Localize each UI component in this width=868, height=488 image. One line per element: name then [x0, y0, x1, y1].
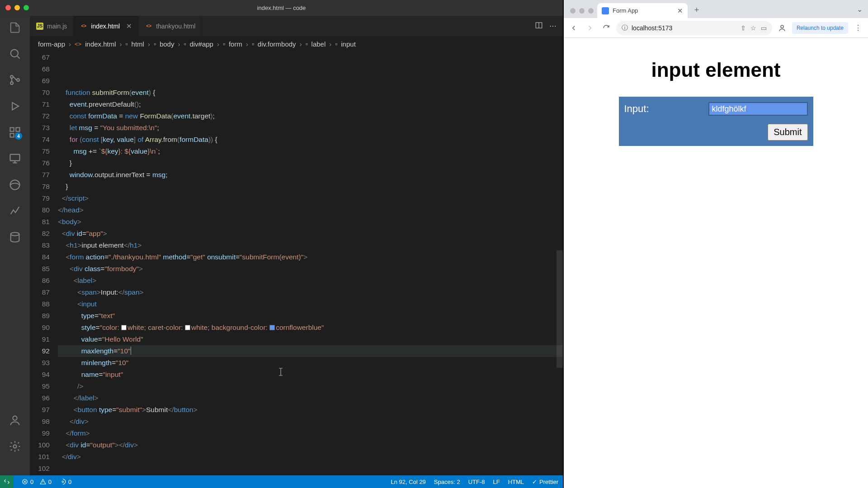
editor-tab[interactable]: <>thankyou.html [139, 16, 202, 36]
svg-point-11 [13, 416, 17, 420]
minimize-window[interactable] [579, 8, 585, 14]
language-mode[interactable]: HTML [508, 479, 524, 485]
run-debug-icon[interactable] [9, 100, 21, 113]
browser-tab[interactable]: Form App ✕ [597, 3, 688, 18]
symbol-icon: ▫ [306, 40, 308, 47]
more-actions-icon[interactable]: ⋯ [549, 22, 557, 30]
html-file-icon: <> [145, 23, 152, 30]
close-tab-icon[interactable]: ✕ [677, 7, 683, 15]
statusbar: 0 0 0 Ln 92, Col 29 Spaces: 2 UTF-8 LF H… [0, 475, 563, 488]
window-title: index.html — code [257, 5, 306, 11]
encoding[interactable]: UTF-8 [468, 479, 485, 485]
breadcrumb-item[interactable]: body [160, 40, 175, 48]
browser-tabstrip: Form App ✕ + ⌄ [564, 0, 868, 18]
share-icon[interactable]: ⇧ [741, 24, 746, 32]
database-icon[interactable] [9, 231, 21, 244]
svg-rect-8 [10, 155, 20, 161]
breadcrumb-item[interactable]: form [229, 40, 242, 48]
browser-menu-icon[interactable]: ⋮ [852, 22, 864, 34]
symbol-icon: ▫ [223, 40, 225, 47]
vscode-window: index.html — code 4 JSmain.js<>index.htm… [0, 0, 563, 488]
browser-window: Form App ✕ + ⌄ ⓘ localhost:5173 ⇧ ☆ ▭ Re… [563, 0, 868, 488]
html-file-icon: <> [80, 23, 87, 30]
input-label: Input: [624, 103, 649, 115]
address-bar[interactable]: ⓘ localhost:5173 ⇧ ☆ ▭ [616, 21, 772, 35]
formatter[interactable]: ✓ Prettier [532, 479, 558, 485]
editor-tab[interactable]: <>index.html✕ [74, 16, 139, 36]
profile-icon[interactable] [776, 22, 788, 34]
remote-indicator[interactable] [0, 475, 14, 488]
tab-label: thankyou.html [156, 23, 195, 30]
symbol-icon: ▫ [154, 40, 156, 47]
svg-point-9 [10, 180, 20, 190]
svg-point-1 [10, 75, 13, 78]
close-window[interactable] [570, 8, 576, 14]
svg-point-3 [17, 79, 19, 81]
breadcrumb-item[interactable]: form-app [38, 40, 65, 48]
minimize-window[interactable] [14, 5, 20, 10]
svg-rect-5 [16, 128, 19, 131]
favicon-icon [602, 7, 609, 14]
forward-button[interactable] [584, 22, 596, 34]
split-editor-icon[interactable] [535, 21, 543, 31]
extensions-icon[interactable]: 4 [9, 126, 21, 139]
maximize-window[interactable] [24, 5, 29, 10]
breadcrumb-item[interactable]: input [341, 40, 356, 48]
svg-point-15 [62, 481, 64, 483]
breadcrumb-item[interactable]: label [311, 40, 326, 48]
bookmark-icon[interactable]: ☆ [750, 24, 756, 32]
breadcrumbs[interactable]: form-app›<>index.html›▫html›▫body›▫div#a… [30, 36, 563, 52]
close-tab-icon[interactable]: ✕ [126, 22, 132, 30]
eol[interactable]: LF [493, 479, 500, 485]
site-info-icon[interactable]: ⓘ [622, 24, 628, 32]
new-tab-button[interactable]: + [690, 4, 703, 16]
svg-point-0 [11, 50, 18, 57]
tab-label: main.js [47, 23, 67, 30]
account-icon[interactable] [9, 414, 21, 427]
symbol-icon: ▫ [335, 40, 337, 47]
activity-bar: 4 [0, 16, 30, 475]
edge-icon[interactable] [9, 178, 21, 191]
scrollbar-thumb[interactable] [557, 250, 563, 368]
back-button[interactable] [567, 22, 580, 34]
maximize-window[interactable] [588, 8, 594, 14]
remote-explorer-icon[interactable] [9, 152, 21, 165]
editor-tab[interactable]: JSmain.js [30, 16, 74, 36]
cursor-position[interactable]: Ln 92, Col 29 [391, 479, 426, 485]
search-icon[interactable] [9, 47, 21, 60]
titlebar: index.html — code [0, 0, 563, 16]
reload-button[interactable] [600, 22, 613, 34]
explorer-icon[interactable] [9, 21, 21, 34]
window-controls [5, 5, 29, 10]
symbol-icon: ▫ [126, 40, 128, 47]
submit-button[interactable]: Submit [768, 124, 807, 141]
js-file-icon: JS [36, 23, 43, 30]
indentation[interactable]: Spaces: 2 [434, 479, 460, 485]
tab-dropdown-icon[interactable]: ⌄ [857, 5, 868, 18]
code-editor[interactable]: 6768697071727374757677787980818283848586… [30, 52, 563, 475]
breadcrumb-item[interactable]: html [132, 40, 144, 48]
ports-indicator[interactable]: 0 [60, 479, 71, 485]
relaunch-button[interactable]: Relaunch to update [792, 22, 848, 34]
settings-gear-icon[interactable] [9, 440, 21, 453]
close-window[interactable] [5, 5, 11, 10]
symbol-icon: ▫ [184, 40, 186, 47]
svg-point-12 [14, 445, 17, 448]
breadcrumb-item[interactable]: index.html [85, 40, 116, 48]
svg-rect-4 [10, 128, 14, 131]
editor-tabs: JSmain.js<>index.html✕<>thankyou.html ⋯ [30, 16, 563, 36]
page-heading: input element [651, 59, 780, 81]
text-input[interactable] [708, 102, 808, 116]
breadcrumb-item[interactable]: div.formbody [258, 40, 296, 48]
breadcrumb-item[interactable]: div#app [189, 40, 213, 48]
reader-icon[interactable]: ▭ [761, 24, 767, 32]
source-control-icon[interactable] [9, 74, 21, 86]
graph-icon[interactable] [9, 205, 21, 217]
html-file-icon: <> [75, 41, 81, 47]
browser-toolbar: ⓘ localhost:5173 ⇧ ☆ ▭ Relaunch to updat… [564, 18, 868, 38]
url-text: localhost:5173 [632, 24, 672, 32]
problems-indicator[interactable]: 0 0 [22, 479, 52, 485]
symbol-icon: ▫ [252, 40, 254, 47]
browser-viewport: input element Input: Submit [564, 38, 868, 488]
svg-rect-6 [10, 133, 14, 137]
